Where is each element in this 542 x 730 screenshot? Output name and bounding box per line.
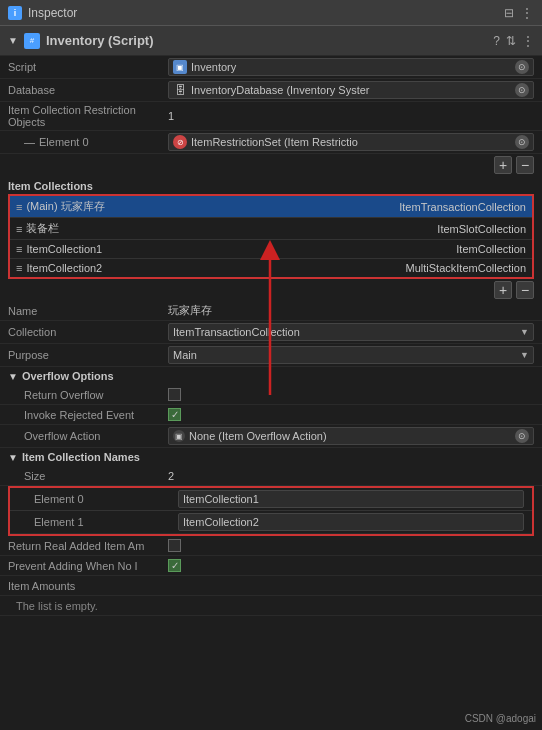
name-row: Name 玩家库存 bbox=[0, 301, 542, 321]
restriction-field[interactable]: ⊘ ItemRestrictionSet (Item Restrictio ⊙ bbox=[168, 133, 534, 151]
elem0-field[interactable]: ItemCollection1 bbox=[178, 490, 524, 508]
help-icon[interactable]: ? bbox=[493, 34, 500, 48]
restriction-icon: ⊘ bbox=[173, 135, 187, 149]
elem0-value: ItemCollection1 bbox=[178, 490, 524, 508]
overflow-action-field[interactable]: ▣ None (Item Overflow Action) ⊙ bbox=[168, 427, 534, 445]
return-overflow-row: Return Overflow bbox=[0, 385, 542, 405]
collection-row-3[interactable]: ≡ ItemCollection2 MultiStackItemCollecti… bbox=[10, 259, 532, 277]
invoke-rejected-value: ✓ bbox=[168, 408, 534, 421]
collection-chevron: ▼ bbox=[520, 327, 529, 337]
item-collection-names-label: Item Collection Names bbox=[22, 451, 140, 463]
invoke-rejected-checkbox[interactable]: ✓ bbox=[168, 408, 181, 421]
collection-select[interactable]: ItemTransactionCollection ▼ bbox=[168, 323, 534, 341]
overflow-action-value: ▣ None (Item Overflow Action) ⊙ bbox=[168, 427, 534, 445]
return-real-label: Return Real Added Item Am bbox=[8, 540, 168, 552]
collapse-arrow[interactable]: ▼ bbox=[8, 35, 18, 46]
overflow-options-label: Overflow Options bbox=[22, 370, 114, 382]
menu-button[interactable]: ⋮ bbox=[520, 6, 534, 20]
size-value: 2 bbox=[168, 470, 534, 482]
collections-plus-minus: + − bbox=[0, 279, 542, 301]
restriction-remove-btn[interactable]: − bbox=[516, 156, 534, 174]
header-icons: ? ⇅ ⋮ bbox=[493, 34, 534, 48]
none-icon: ▣ bbox=[173, 430, 185, 442]
component-header: ▼ # Inventory (Script) ? ⇅ ⋮ bbox=[0, 26, 542, 56]
coll-name-1: 装备栏 bbox=[26, 221, 437, 236]
return-overflow-label: Return Overflow bbox=[8, 389, 168, 401]
database-value: 🗄 InventoryDatabase (Inventory Syster ⊙ bbox=[168, 81, 534, 99]
collections-list-wrapper: ≡ (Main) 玩家库存 ItemTransactionCollection … bbox=[8, 194, 534, 279]
collections-list: ≡ (Main) 玩家库存 ItemTransactionCollection … bbox=[10, 196, 532, 277]
purpose-value: Main ▼ bbox=[168, 346, 534, 364]
title-bar: i Inspector ⊟ ⋮ bbox=[0, 0, 542, 26]
collection-label: Collection bbox=[8, 326, 168, 338]
coll-name-3: ItemCollection2 bbox=[26, 262, 405, 274]
script-value: ▣ Inventory ⊙ bbox=[168, 58, 534, 76]
lock-button[interactable]: ⊟ bbox=[502, 6, 516, 20]
return-real-row: Return Real Added Item Am bbox=[0, 536, 542, 556]
coll-type-1: ItemSlotCollection bbox=[437, 223, 526, 235]
prevent-adding-row: Prevent Adding When No I ✓ bbox=[0, 556, 542, 576]
component-title: Inventory (Script) bbox=[46, 33, 493, 48]
coll-name-0: (Main) 玩家库存 bbox=[26, 199, 399, 214]
restriction-element-label: —Element 0 bbox=[8, 136, 168, 148]
title-text: Inspector bbox=[28, 6, 77, 20]
database-field[interactable]: 🗄 InventoryDatabase (Inventory Syster ⊙ bbox=[168, 81, 534, 99]
item-amounts-label: Item Amounts bbox=[8, 580, 168, 592]
script-row: Script ▣ Inventory ⊙ bbox=[0, 56, 542, 79]
collection-value: ItemTransactionCollection ▼ bbox=[168, 323, 534, 341]
empty-list-row: The list is empty. bbox=[0, 596, 542, 616]
prevent-adding-checkbox[interactable]: ✓ bbox=[168, 559, 181, 572]
item-collection-names-toggle[interactable]: ▼ Item Collection Names bbox=[0, 448, 542, 466]
database-row: Database 🗄 InventoryDatabase (Inventory … bbox=[0, 79, 542, 102]
collections-add-btn[interactable]: + bbox=[494, 281, 512, 299]
item-amounts-row: Item Amounts bbox=[0, 576, 542, 596]
inspector-icon: i bbox=[8, 6, 22, 20]
overflow-options-toggle[interactable]: ▼ Overflow Options bbox=[0, 367, 542, 385]
database-select-btn[interactable]: ⊙ bbox=[515, 83, 529, 97]
elem1-field[interactable]: ItemCollection2 bbox=[178, 513, 524, 531]
restriction-header-row: Item Collection Restriction Objects 1 bbox=[0, 102, 542, 131]
coll-type-0: ItemTransactionCollection bbox=[399, 201, 526, 213]
overflow-action-select-btn[interactable]: ⊙ bbox=[515, 429, 529, 443]
coll-type-3: MultiStackItemCollection bbox=[406, 262, 526, 274]
return-overflow-checkbox[interactable] bbox=[168, 388, 181, 401]
coll-icon-3: ≡ bbox=[16, 262, 22, 274]
content-area: Script ▣ Inventory ⊙ Database 🗄 Inventor… bbox=[0, 56, 542, 616]
database-icon: 🗄 bbox=[173, 83, 187, 97]
collection-row-0[interactable]: ≡ (Main) 玩家库存 ItemTransactionCollection bbox=[10, 196, 532, 218]
names-toggle-arrow: ▼ bbox=[8, 452, 18, 463]
name-value: 玩家库存 bbox=[168, 303, 534, 318]
purpose-label: Purpose bbox=[8, 349, 168, 361]
collection-row-prop: Collection ItemTransactionCollection ▼ bbox=[0, 321, 542, 344]
coll-icon-2: ≡ bbox=[16, 243, 22, 255]
empty-list-text: The list is empty. bbox=[8, 600, 98, 612]
restriction-label: Item Collection Restriction Objects bbox=[8, 104, 168, 128]
coll-icon-0: ≡ bbox=[16, 201, 22, 213]
restriction-select-btn[interactable]: ⊙ bbox=[515, 135, 529, 149]
elem0-row: Element 0 ItemCollection1 bbox=[10, 488, 532, 511]
elem1-label: Element 1 bbox=[18, 516, 178, 528]
collection-row-1[interactable]: ≡ 装备栏 ItemSlotCollection bbox=[10, 218, 532, 240]
collection-row-2[interactable]: ≡ ItemCollection1 ItemCollection bbox=[10, 240, 532, 259]
invoke-rejected-row: Invoke Rejected Event ✓ bbox=[0, 405, 542, 425]
return-real-checkbox[interactable] bbox=[168, 539, 181, 552]
overflow-action-row: Overflow Action ▣ None (Item Overflow Ac… bbox=[0, 425, 542, 448]
sort-icon[interactable]: ⇅ bbox=[506, 34, 516, 48]
purpose-select[interactable]: Main ▼ bbox=[168, 346, 534, 364]
overflow-action-label: Overflow Action bbox=[8, 430, 168, 442]
name-label: Name bbox=[8, 305, 168, 317]
database-label: Database bbox=[8, 84, 168, 96]
script-field[interactable]: ▣ Inventory ⊙ bbox=[168, 58, 534, 76]
invoke-rejected-label: Invoke Rejected Event bbox=[8, 409, 168, 421]
more-icon[interactable]: ⋮ bbox=[522, 34, 534, 48]
script-select-btn[interactable]: ⊙ bbox=[515, 60, 529, 74]
restriction-add-btn[interactable]: + bbox=[494, 156, 512, 174]
watermark: CSDN @adogai bbox=[465, 713, 536, 724]
restriction-plus-minus: + − bbox=[0, 154, 542, 176]
elem1-row: Element 1 ItemCollection2 bbox=[10, 511, 532, 534]
coll-name-2: ItemCollection1 bbox=[26, 243, 456, 255]
inspector-window: i Inspector ⊟ ⋮ ▼ # Inventory (Script) ?… bbox=[0, 0, 542, 730]
collections-remove-btn[interactable]: − bbox=[516, 281, 534, 299]
purpose-row: Purpose Main ▼ bbox=[0, 344, 542, 367]
component-icon: # bbox=[24, 33, 40, 49]
